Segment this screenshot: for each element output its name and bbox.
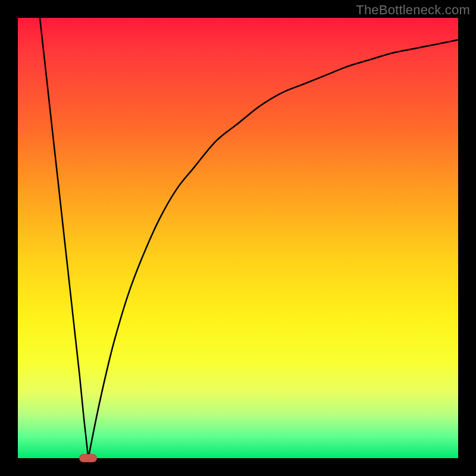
chart-plot-area: [18, 18, 458, 458]
chart-curves: [18, 18, 458, 458]
bottleneck-marker: [79, 454, 97, 462]
watermark-text: TheBottleneck.com: [356, 2, 470, 18]
curve-right: [88, 40, 458, 458]
chart-frame: TheBottleneck.com: [0, 0, 476, 476]
curve-left: [40, 18, 88, 458]
